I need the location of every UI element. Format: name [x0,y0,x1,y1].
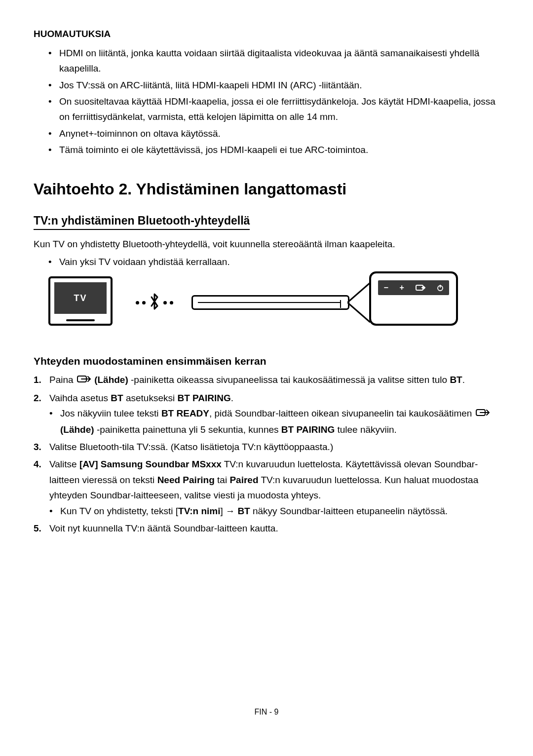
step-bold: TV:n nimi [178,506,221,516]
step-bold: BT PAIRING [281,424,335,435]
step-bold: BT [450,375,462,385]
plus-icon: + [400,283,404,292]
power-icon [437,284,444,291]
step-bold: [AV] Samsung Soundbar MSxxx [79,459,222,469]
step-text: asetukseksi [123,393,178,403]
bt-intro-bullet: Vain yksi TV voidaan yhdistää kerrallaan… [48,254,499,269]
step-4: Valitse [AV] Samsung Soundbar MSxxx TV:n… [34,456,499,518]
step-text: Paina [49,375,76,385]
source-label: (Lähde) [94,375,128,385]
svg-line-0 [347,283,370,302]
step-bold: Paired [229,475,258,485]
source-icon [476,406,490,421]
bt-intro-bullets: Vain yksi TV voidaan yhdistää kerrallaan… [48,254,499,269]
connector-lines [347,282,370,323]
bluetooth-icon [149,293,160,313]
control-panel-illustration: − + [369,271,458,326]
tv-label: TV [54,282,107,314]
notes-heading: HUOMAUTUKSIA [34,29,499,39]
step-text: Valitse [49,459,79,469]
step-text: Vaihda asetus [49,393,111,403]
step-text: . [462,375,465,385]
bt-intro-paragraph: Kun TV on yhdistetty Bluetooth-yhteydell… [34,237,499,252]
step-1: Paina (Lähde) -painiketta oikeassa sivup… [34,372,499,388]
first-time-heading: Yhteyden muodostaminen ensimmäisen kerra… [34,355,499,367]
notes-item: Tämä toiminto ei ole käytettävissä, jos … [48,142,499,157]
step-text: ] → [221,506,238,516]
step-bold: Need Pairing [157,475,215,485]
notes-item: Jos TV:ssä on ARC-liitäntä, liitä HDMI-k… [48,77,499,93]
notes-item: Anynet+-toiminnon on oltava käytössä. [48,126,499,141]
step-bold: BT [111,393,123,403]
steps-list: Paina (Lähde) -painiketta oikeassa sivup… [34,372,499,536]
page-footer: FIN - 9 [0,708,533,717]
minus-icon: − [383,283,388,292]
step-bold: BT [237,506,250,516]
tv-illustration: TV [48,276,113,326]
step-text: Jos näkyviin tulee teksti [60,408,161,418]
step-text: tulee näkyviin. [335,424,397,435]
source-icon [77,373,91,388]
bluetooth-signal-icon [120,290,189,315]
option2-heading: Vaihtoehto 2. Yhdistäminen langattomasti [34,180,499,198]
source-label: (Lähde) [60,424,94,435]
step-text: näkyy Soundbar-laitteen etupaneelin näyt… [250,506,448,516]
step-2: Vaihda asetus BT asetukseksi BT PAIRING.… [34,390,499,437]
notes-item: HDMI on liitäntä, jonka kautta voidaan s… [48,45,499,76]
step-text: -painiketta oikeassa sivupaneelissa tai … [128,375,450,385]
step-text: , pidä Soundbar-laitteen oikean sivupane… [209,408,475,418]
step-text: tai [215,475,230,485]
step-text: Kun TV on yhdistetty, teksti [ [60,506,178,516]
bt-section-heading: TV:n yhdistäminen Bluetooth-yhteydellä [34,214,250,230]
step-5: Voit nyt kuunnella TV:n ääntä Soundbar-l… [34,521,499,536]
source-icon [416,284,425,292]
bluetooth-diagram: TV − + [48,278,499,338]
notes-item: On suositeltavaa käyttää HDMI-kaapelia, … [48,94,499,125]
step-2-sub: Jos näkyviin tulee teksti BT READY, pidä… [49,406,499,437]
step-bold: BT READY [161,408,209,418]
step-4-sub: Kun TV on yhdistetty, teksti [TV:n nimi]… [49,503,499,519]
soundbar-illustration [191,295,349,310]
step-text: -painiketta painettuna yli 5 sekuntia, k… [94,424,281,435]
step-3: Valitse Bluetooth-tila TV:ssä. (Katso li… [34,439,499,454]
step-text: . [231,393,233,403]
step-bold: BT PAIRING [177,393,230,403]
notes-list: HDMI on liitäntä, jonka kautta voidaan s… [48,45,499,157]
svg-line-1 [347,302,370,322]
